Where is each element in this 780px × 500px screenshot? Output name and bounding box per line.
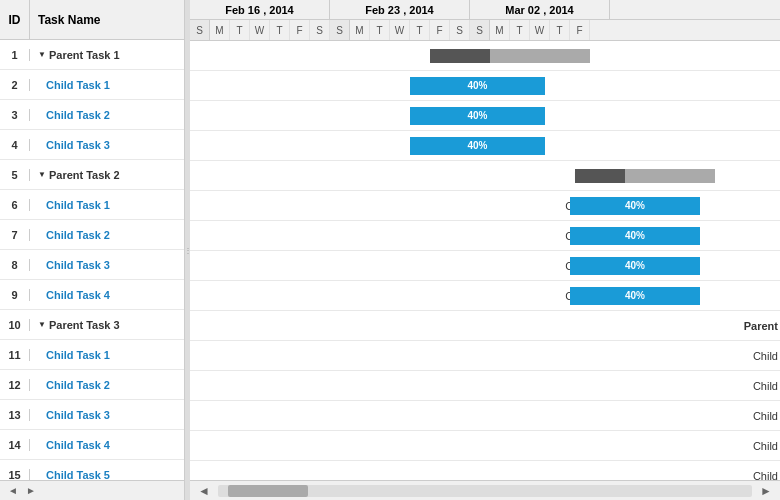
gantt-header: Feb 16 , 2014 Feb 23 , 2014 Mar 02 , 201… (190, 0, 780, 41)
row-id: 8 (0, 259, 30, 271)
gantt-scrollbar[interactable]: ◄ ► (190, 480, 780, 500)
task-name: Child Task 4 (30, 439, 184, 451)
table-row[interactable]: 2 Child Task 1 (0, 70, 184, 100)
bar-percent: 40% (467, 80, 487, 91)
row-id: 3 (0, 109, 30, 121)
collapse-icon[interactable]: ▼ (38, 320, 46, 329)
table-row[interactable]: 10 ▼Parent Task 3 (0, 310, 184, 340)
scrollbar-track[interactable] (218, 485, 752, 497)
bar-label: Parent (744, 320, 778, 332)
day-cell: W (250, 20, 270, 40)
child-bar[interactable]: 40% (570, 227, 700, 245)
id-column-header: ID (0, 0, 30, 39)
bar-label: Child (753, 350, 778, 362)
gantt-row: Parent Task 1 (190, 41, 780, 71)
bar-percent: 40% (625, 290, 645, 301)
bar-percent: 40% (625, 260, 645, 271)
nav-left-arrow[interactable]: ◄ (4, 485, 22, 496)
scrollbar-thumb[interactable] (228, 485, 308, 497)
task-column-header: Task Name (30, 0, 184, 39)
child-bar[interactable]: 40% (570, 257, 700, 275)
parent-bar-light (625, 169, 715, 183)
task-name: ▼Parent Task 2 (30, 169, 184, 181)
day-cell: T (370, 20, 390, 40)
gantt-row: Child Task 1 40% (190, 191, 780, 221)
parent-bar-light (490, 49, 590, 63)
gantt-rows: Parent Task 1 Child Task 1 40% Child Tas… (190, 41, 780, 480)
gantt-row: Child Task 4 40% (190, 281, 780, 311)
table-row[interactable]: 1 ▼Parent Task 1 (0, 40, 184, 70)
week-label-2: Feb 23 , 2014 (330, 0, 470, 19)
day-cell: W (530, 20, 550, 40)
row-id: 10 (0, 319, 30, 331)
bar-label: Child (753, 440, 778, 452)
row-id: 11 (0, 349, 30, 361)
parent-bar[interactable] (575, 169, 715, 183)
left-bottom-bar: ◄ ► (0, 480, 184, 500)
bar-percent: 40% (467, 140, 487, 151)
collapse-icon[interactable]: ▼ (38, 50, 46, 59)
table-row[interactable]: 8 Child Task 3 (0, 250, 184, 280)
row-id: 9 (0, 289, 30, 301)
task-list-header: ID Task Name (0, 0, 184, 40)
day-cell: F (570, 20, 590, 40)
gantt-row: Child (190, 371, 780, 401)
bar-percent: 40% (467, 110, 487, 121)
task-name: Child Task 1 (30, 79, 184, 91)
gantt-row: Child (190, 341, 780, 371)
task-rows-container: 1 ▼Parent Task 1 2 Child Task 1 3 Child … (0, 40, 184, 480)
child-bar[interactable]: 40% (570, 287, 700, 305)
week-label-1: Feb 16 , 2014 (190, 0, 330, 19)
day-labels-row: S M T W T F S S M T W T F S S M T W T (190, 20, 780, 40)
child-bar[interactable]: 40% (410, 137, 545, 155)
table-row[interactable]: 7 Child Task 2 (0, 220, 184, 250)
table-row[interactable]: 13 Child Task 3 (0, 400, 184, 430)
table-row[interactable]: 14 Child Task 4 (0, 430, 184, 460)
row-id: 12 (0, 379, 30, 391)
row-id: 15 (0, 469, 30, 481)
table-row[interactable]: 11 Child Task 1 (0, 340, 184, 370)
gantt-panel: Feb 16 , 2014 Feb 23 , 2014 Mar 02 , 201… (190, 0, 780, 500)
child-bar[interactable]: 40% (410, 77, 545, 95)
day-cell: S (190, 20, 210, 40)
table-row[interactable]: 9 Child Task 4 (0, 280, 184, 310)
gantt-row: Child Task 2 40% (190, 101, 780, 131)
table-row[interactable]: 5 ▼Parent Task 2 (0, 160, 184, 190)
day-cell: M (350, 20, 370, 40)
bar-percent: 40% (625, 230, 645, 241)
gantt-chart: ID Task Name 1 ▼Parent Task 1 2 Child Ta… (0, 0, 780, 500)
child-bar[interactable]: 40% (570, 197, 700, 215)
task-name: Child Task 3 (30, 409, 184, 421)
scroll-left-arrow[interactable]: ◄ (194, 484, 214, 498)
task-name: Child Task 1 (30, 199, 184, 211)
week-label-3: Mar 02 , 2014 (470, 0, 610, 19)
scroll-right-arrow[interactable]: ► (756, 484, 776, 498)
bar-label: Child (753, 470, 778, 481)
task-name: Child Task 3 (30, 259, 184, 271)
nav-right-arrow[interactable]: ► (22, 485, 40, 496)
table-row[interactable]: 15 Child Task 5 (0, 460, 184, 480)
week-labels-row: Feb 16 , 2014 Feb 23 , 2014 Mar 02 , 201… (190, 0, 780, 20)
day-cell: M (210, 20, 230, 40)
task-name: Child Task 1 (30, 349, 184, 361)
table-row[interactable]: 12 Child Task 2 (0, 370, 184, 400)
task-name: Child Task 5 (30, 469, 184, 481)
table-row[interactable]: 3 Child Task 2 (0, 100, 184, 130)
bar-label: Child (753, 410, 778, 422)
day-cell: T (510, 20, 530, 40)
collapse-icon[interactable]: ▼ (38, 170, 46, 179)
day-cell: T (550, 20, 570, 40)
row-id: 2 (0, 79, 30, 91)
task-name: ▼Parent Task 3 (30, 319, 184, 331)
day-cell: W (390, 20, 410, 40)
child-bar[interactable]: 40% (410, 107, 545, 125)
table-row[interactable]: 4 Child Task 3 (0, 130, 184, 160)
gantt-row: Child Task 1 40% (190, 71, 780, 101)
bar-label: Child (753, 380, 778, 392)
gantt-row: Child (190, 401, 780, 431)
gantt-row: Child Task 2 40% (190, 221, 780, 251)
table-row[interactable]: 6 Child Task 1 (0, 190, 184, 220)
parent-bar[interactable] (430, 49, 590, 63)
day-cell: F (430, 20, 450, 40)
task-name: Child Task 2 (30, 229, 184, 241)
